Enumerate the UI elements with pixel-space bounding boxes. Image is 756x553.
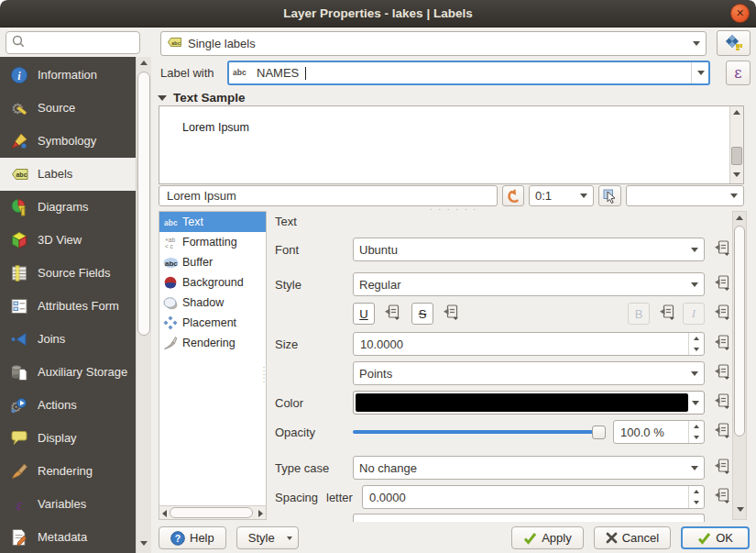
color-dropdown[interactable] bbox=[688, 393, 702, 412]
color-swatch bbox=[356, 393, 688, 412]
scroll-left-icon[interactable] bbox=[162, 510, 167, 517]
sidebar-scrollbar[interactable] bbox=[136, 57, 151, 553]
tab-list-hscrollbar[interactable] bbox=[159, 505, 266, 519]
spin-down-icon[interactable] bbox=[689, 497, 704, 508]
italic-button[interactable]: I bbox=[683, 303, 705, 325]
sidebar-list: i Information ⚙ Source Symbology abc Lab… bbox=[0, 57, 136, 553]
font-color-button[interactable] bbox=[353, 391, 705, 415]
spin-up-icon[interactable] bbox=[689, 486, 704, 497]
expression-builder-button[interactable]: ε bbox=[726, 61, 751, 85]
help-button[interactable]: ? Help bbox=[159, 526, 226, 549]
panel-scrollbar[interactable] bbox=[732, 211, 747, 520]
opacity-spinbox[interactable]: 100.0 % bbox=[613, 420, 705, 444]
chevron-down-icon bbox=[730, 194, 738, 198]
automated-placement-settings-button[interactable] bbox=[717, 30, 751, 56]
sample-scale-combobox[interactable]: 0:1 bbox=[529, 185, 594, 206]
search-input[interactable] bbox=[5, 31, 140, 54]
label-type-value: Single labels bbox=[188, 37, 256, 50]
sidebar-item-source[interactable]: ⚙ Source bbox=[0, 92, 136, 125]
sample-background-color-combobox[interactable] bbox=[626, 185, 744, 206]
scroll-down-icon[interactable] bbox=[737, 507, 744, 512]
slider-handle[interactable] bbox=[592, 426, 606, 439]
data-defined-override-button[interactable] bbox=[710, 238, 732, 260]
cancel-button[interactable]: Cancel bbox=[594, 526, 671, 549]
sidebar-item-variables[interactable]: ε Variables bbox=[0, 488, 136, 521]
sidebar-item-3d-view[interactable]: 3D View bbox=[0, 224, 136, 257]
tab-text[interactable]: abc Text bbox=[159, 212, 266, 232]
chevron-down-icon bbox=[691, 466, 698, 470]
sidebar-scrollbar-thumb[interactable] bbox=[137, 72, 150, 336]
data-defined-override-icon bbox=[712, 392, 731, 414]
labels-icon: abc bbox=[9, 164, 29, 184]
scroll-up-icon[interactable] bbox=[733, 110, 740, 115]
sidebar-item-actions[interactable]: ⚙ Actions bbox=[0, 389, 136, 422]
data-defined-override-button[interactable] bbox=[710, 303, 732, 325]
tab-buffer[interactable]: abc Buffer bbox=[159, 252, 266, 272]
vertical-splitter-handle[interactable]: ····· bbox=[260, 365, 268, 383]
sidebar-item-information[interactable]: i Information bbox=[0, 59, 136, 92]
data-defined-override-button[interactable] bbox=[439, 303, 461, 325]
preview-scrollbar-thumb[interactable] bbox=[731, 147, 742, 165]
size-spinbox[interactable]: 10.0000 bbox=[353, 332, 705, 356]
letter-spacing-spinbox[interactable]: 0.0000 bbox=[362, 485, 705, 509]
tab-shadow[interactable]: Shadow bbox=[159, 293, 266, 313]
scroll-down-icon[interactable] bbox=[140, 541, 148, 546]
underline-button[interactable]: U bbox=[353, 303, 375, 325]
text-sample-section-header[interactable]: Text Sample bbox=[158, 91, 246, 105]
spin-down-icon[interactable] bbox=[689, 432, 704, 443]
hscrollbar-thumb[interactable] bbox=[170, 507, 253, 518]
bold-button[interactable]: B bbox=[628, 303, 650, 325]
sidebar-item-metadata[interactable]: Metadata bbox=[0, 521, 136, 553]
scroll-right-icon[interactable] bbox=[258, 510, 263, 517]
chevron-down-icon bbox=[693, 41, 700, 46]
apply-button[interactable]: Apply bbox=[511, 526, 584, 549]
close-icon[interactable]: ✕ bbox=[730, 4, 750, 23]
data-defined-override-button[interactable] bbox=[710, 333, 732, 355]
panel-scrollbar-thumb[interactable] bbox=[734, 226, 745, 437]
sample-text-input[interactable]: Lorem Ipsum bbox=[159, 185, 498, 206]
data-defined-override-button[interactable] bbox=[710, 273, 732, 295]
data-defined-override-button[interactable] bbox=[710, 362, 732, 384]
set-from-map-button[interactable] bbox=[598, 185, 621, 206]
sidebar-item-source-fields[interactable]: Source Fields bbox=[0, 257, 136, 290]
sidebar-item-joins[interactable]: Joins bbox=[0, 323, 136, 356]
font-combobox[interactable]: Ubuntu bbox=[353, 238, 705, 261]
svg-text:abc: abc bbox=[233, 68, 247, 77]
spin-up-icon[interactable] bbox=[689, 421, 704, 432]
scroll-up-icon[interactable] bbox=[140, 61, 148, 65]
label-type-combobox[interactable]: abc Single labels bbox=[160, 31, 707, 56]
reset-sample-button[interactable] bbox=[502, 185, 524, 206]
font-style-combobox[interactable]: Regular bbox=[353, 272, 705, 296]
label-with-dropdown[interactable] bbox=[691, 62, 705, 83]
opacity-slider[interactable] bbox=[353, 420, 606, 444]
sidebar-item-labels[interactable]: abc Labels bbox=[0, 158, 136, 191]
label-with-combobox[interactable]: abc NAMES bbox=[227, 61, 710, 85]
data-defined-override-button[interactable] bbox=[710, 486, 732, 508]
sidebar-item-attributes-form[interactable]: Attributes Form bbox=[0, 290, 136, 323]
style-menu-button[interactable]: Style bbox=[236, 526, 299, 549]
data-defined-override-button[interactable] bbox=[655, 303, 677, 325]
titlebar[interactable]: Layer Properties - lakes | Labels ✕ bbox=[0, 0, 756, 28]
tab-placement[interactable]: Placement bbox=[159, 313, 266, 333]
data-defined-override-button[interactable] bbox=[710, 421, 732, 443]
data-defined-override-button[interactable] bbox=[710, 457, 732, 479]
sidebar-item-diagrams[interactable]: Diagrams bbox=[0, 191, 136, 224]
ok-button[interactable]: OK bbox=[681, 526, 750, 549]
sidebar-item-symbology[interactable]: Symbology bbox=[0, 125, 136, 158]
size-unit-combobox[interactable]: Points bbox=[353, 361, 705, 385]
tab-formatting[interactable]: +ab< c Formatting bbox=[159, 232, 266, 252]
strikeout-button[interactable]: S bbox=[411, 303, 433, 325]
data-defined-override-button[interactable] bbox=[380, 303, 402, 325]
sidebar-item-display[interactable]: Display bbox=[0, 422, 136, 455]
scroll-down-icon[interactable] bbox=[733, 172, 740, 177]
sidebar-item-auxiliary-storage[interactable]: Auxiliary Storage bbox=[0, 356, 136, 389]
data-defined-override-button[interactable] bbox=[710, 392, 732, 414]
scroll-up-icon[interactable] bbox=[736, 216, 743, 220]
type-case-combobox[interactable]: No change bbox=[353, 456, 705, 480]
preview-scrollbar[interactable] bbox=[729, 106, 743, 183]
tab-rendering[interactable]: Rendering bbox=[159, 333, 266, 353]
tab-background[interactable]: Background bbox=[159, 272, 266, 293]
spin-down-icon[interactable] bbox=[689, 344, 704, 355]
sidebar-item-rendering[interactable]: Rendering bbox=[0, 455, 136, 488]
spin-up-icon[interactable] bbox=[689, 333, 704, 344]
